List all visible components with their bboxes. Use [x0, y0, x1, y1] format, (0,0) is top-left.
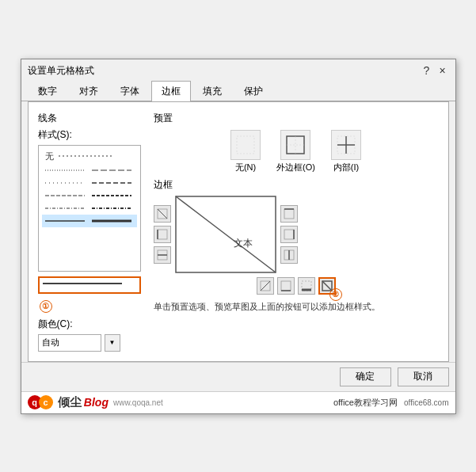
style-row-none[interactable]: 无	[42, 149, 137, 164]
selected-line-display	[43, 279, 122, 291]
ok-button[interactable]: 确定	[340, 367, 391, 386]
border-btn-diagonal[interactable]: ②	[318, 277, 336, 295]
preset-inside[interactable]: 内部(I)	[331, 130, 361, 173]
selected-style-preview	[38, 276, 141, 294]
tab-protect[interactable]: 保护	[234, 81, 273, 101]
line-preview-dotdash2	[45, 204, 87, 213]
style-row-solid[interactable]	[42, 215, 137, 227]
preset-outside[interactable]: 外边框(O)	[276, 130, 315, 173]
border-btn-bottom[interactable]	[277, 277, 295, 295]
color-dropdown-button[interactable]: ▼	[105, 334, 120, 352]
svg-rect-12	[237, 136, 254, 154]
tab-bar: 数字 对齐 字体 边框 填充 保护	[21, 81, 455, 101]
border-btn-right[interactable]	[280, 226, 298, 243]
logo-left: q c 倾尘 Blog www.qoqa.net	[28, 395, 163, 410]
svg-rect-21	[158, 230, 167, 239]
preset-none-label: 无(N)	[235, 162, 256, 173]
style-listbox[interactable]: 无	[38, 145, 141, 272]
border-btn-diag-top-left-small[interactable]	[257, 277, 274, 295]
border-preview-box[interactable]: 文本	[174, 195, 277, 274]
color-label: 颜色(C):	[38, 318, 141, 331]
preset-icons: 无(N) 外边框(O)	[154, 130, 439, 173]
logo-brand-text: 倾尘	[58, 395, 82, 409]
logo-brand-name: 倾尘 Blog	[58, 395, 109, 410]
tab-fill[interactable]: 填充	[192, 81, 232, 101]
svg-line-41	[322, 281, 332, 291]
svg-line-35	[261, 281, 270, 291]
bottom-bar: 确定 取消	[21, 362, 455, 391]
preset-inside-icon	[331, 130, 361, 160]
left-panel: 线条 样式(S): 无	[38, 112, 141, 352]
preset-outside-label: 外边框(O)	[276, 162, 315, 173]
logo-qc-circles: q c	[28, 395, 53, 409]
line-preview-dash2	[92, 178, 134, 188]
preset-outside-icon	[280, 130, 310, 160]
color-value: 自动	[42, 337, 59, 348]
border-preview-wrapper: 文本	[174, 195, 277, 274]
svg-text:文本: 文本	[234, 238, 253, 249]
line-preview-solid1	[45, 216, 87, 226]
color-select-row: 自动 ▼	[38, 334, 141, 352]
line-preview-dotdash3	[92, 204, 134, 213]
preset-none-icon	[230, 130, 261, 160]
border-btn-left[interactable]	[154, 226, 171, 243]
line-preview-solid2	[92, 216, 134, 226]
style-none-label: 无	[45, 150, 54, 162]
logo-right: office教程学习网 office68.com	[333, 397, 449, 409]
svg-rect-36	[281, 281, 291, 291]
title-bar: 设置单元格格式 ? ×	[21, 59, 455, 78]
border-btn-top[interactable]	[280, 205, 298, 223]
tab-border[interactable]: 边框	[151, 81, 191, 101]
line-preview-dash3	[45, 191, 87, 200]
logo-c-circle: c	[39, 395, 53, 409]
color-select[interactable]: 自动	[38, 334, 101, 352]
style-row-dot1[interactable]	[42, 164, 137, 177]
border-btn-top-left-diag[interactable]	[154, 205, 171, 223]
logo-blog-text: Blog	[84, 396, 109, 409]
right-panel: 预置 无(N)	[154, 112, 439, 352]
border-bottom-buttons-row: ②	[154, 277, 439, 295]
style-row-dotdash[interactable]	[42, 202, 137, 215]
dialog-title: 设置单元格格式	[28, 64, 94, 78]
svg-rect-30	[284, 230, 294, 239]
tab-number[interactable]: 数字	[28, 81, 67, 101]
border-right-buttons	[280, 195, 298, 274]
style-row-dot2[interactable]	[42, 177, 137, 189]
logo-area: q c 倾尘 Blog www.qoqa.net office教程学习网 off…	[21, 391, 455, 413]
tab-align[interactable]: 对齐	[69, 81, 109, 101]
style-label: 样式(S):	[38, 128, 141, 142]
cancel-button[interactable]: 取消	[398, 367, 449, 386]
border-btn-thick-bottom[interactable]	[298, 277, 315, 295]
line-preview-dotdash1	[92, 191, 134, 200]
border-left-buttons	[154, 195, 171, 274]
preset-label: 预置	[154, 112, 439, 125]
annotation-circle-2: ②	[329, 288, 342, 301]
line-preview-dots	[59, 151, 134, 161]
border-btn-center-v[interactable]	[280, 246, 298, 264]
style-row-dash3[interactable]	[42, 189, 137, 202]
hint-text: 单击预置选项、预览草图及上面的按钮可以添加边框样式。	[154, 301, 439, 313]
help-button[interactable]: ?	[421, 64, 433, 77]
line-preview-dash1	[92, 166, 134, 175]
border-btn-center-h[interactable]	[154, 246, 171, 264]
main-content: 线条 样式(S): 无	[28, 101, 449, 362]
border-label: 边框	[154, 178, 439, 192]
line-preview-dot1	[45, 166, 87, 175]
svg-rect-28	[284, 209, 294, 219]
border-edit-area: 文本	[154, 195, 439, 274]
linestyle-section-title: 线条	[38, 112, 141, 125]
format-cells-dialog: 设置单元格格式 ? × 数字 对齐 字体 边框 填充 保护 线条 样式(S): …	[21, 59, 456, 414]
logo-site-url: www.qoqa.net	[113, 398, 163, 407]
close-button[interactable]: ×	[436, 64, 449, 77]
annotation-circle-1: ①	[40, 300, 52, 313]
svg-rect-13	[287, 136, 304, 154]
preset-none[interactable]: 无(N)	[230, 130, 261, 173]
preset-inside-label: 内部(I)	[333, 162, 359, 173]
logo-right-title: office教程学习网	[333, 397, 398, 409]
line-preview-dot2	[45, 178, 87, 188]
svg-line-20	[158, 209, 167, 219]
title-controls: ? ×	[421, 64, 449, 77]
logo-right-site: office68.com	[404, 398, 449, 407]
tab-font[interactable]: 字体	[110, 81, 150, 101]
